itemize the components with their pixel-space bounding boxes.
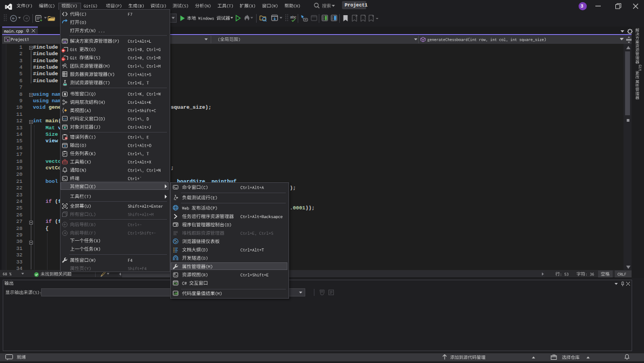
svg-text:abc: abc bbox=[290, 15, 297, 19]
